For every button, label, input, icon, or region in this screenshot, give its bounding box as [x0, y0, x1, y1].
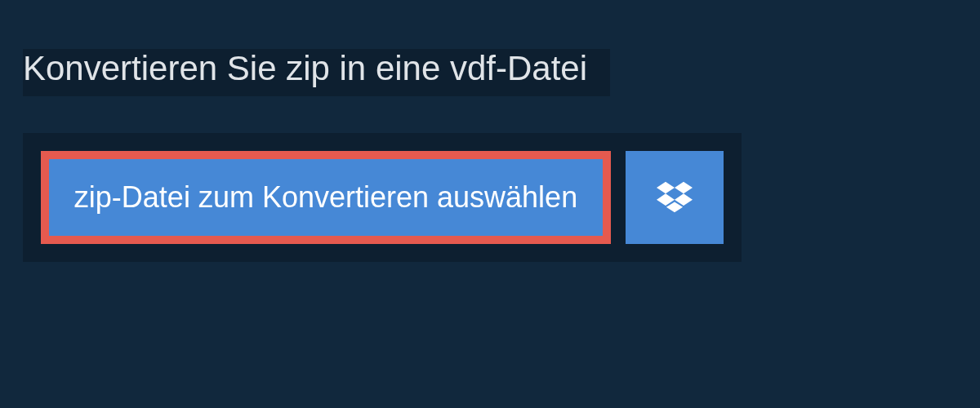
select-file-label: zip-Datei zum Konvertieren auswählen [74, 180, 577, 215]
dropbox-button[interactable] [626, 151, 724, 244]
select-file-button[interactable]: zip-Datei zum Konvertieren auswählen [41, 151, 611, 244]
page-title: Konvertieren Sie zip in eine vdf-Datei [23, 49, 610, 96]
dropbox-icon [657, 179, 693, 217]
upload-panel: zip-Datei zum Konvertieren auswählen [23, 133, 742, 262]
